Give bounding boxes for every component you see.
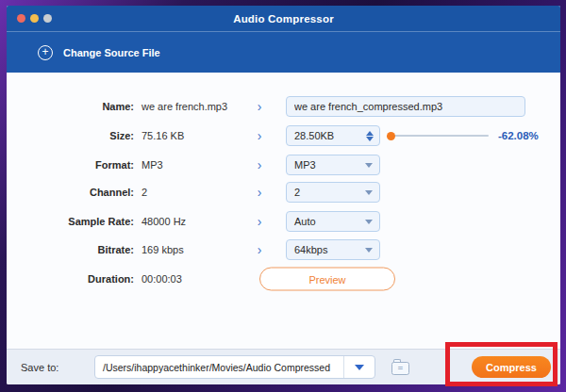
save-path-combo[interactable]: /Users/ihappyacethinker/Movies/Audio Com… — [94, 355, 375, 379]
chevron-right-icon: › — [250, 214, 269, 229]
chevron-right-icon: › — [250, 157, 269, 172]
form-row-format: Format: MP3 › MP3 — [7, 151, 560, 179]
zoom-window-icon[interactable] — [43, 14, 52, 23]
sample-rate-label: Sample Rate: — [7, 216, 134, 227]
traffic-lights — [17, 14, 52, 23]
duration-label: Duration: — [7, 273, 134, 285]
preview-button[interactable]: Preview — [259, 268, 395, 291]
title-bar: Audio Compressor — [7, 6, 560, 31]
form-row-sample-rate: Sample Rate: 48000 Hz › Auto — [7, 207, 560, 236]
size-label: Size: — [7, 130, 134, 141]
source-sample-rate-value: 48000 Hz — [142, 216, 186, 227]
channel-label: Channel: — [7, 187, 134, 198]
minimize-window-icon[interactable] — [30, 14, 39, 23]
channel-select-value: 2 — [294, 187, 365, 198]
sample-rate-select-value: Auto — [294, 216, 365, 227]
format-select[interactable]: MP3 — [286, 155, 380, 175]
form-row-name: Name: we are french.mp3 › — [7, 92, 560, 121]
format-label: Format: — [7, 159, 134, 171]
change-source-file-label: Change Source File — [63, 47, 160, 58]
size-slider-handle[interactable] — [387, 132, 395, 140]
form-row-duration: Duration: 00:00:03 Preview — [7, 265, 560, 293]
chevron-right-icon: › — [250, 242, 269, 257]
app-screenshot: Audio Compressor + Change Source File Na… — [0, 0, 566, 392]
form-row-bitrate: Bitrate: 169 kbps › 64kbps — [7, 236, 560, 264]
stepper-arrows — [366, 131, 374, 141]
dropdown-arrow-icon — [365, 163, 373, 168]
bitrate-select[interactable]: 64kbps — [286, 239, 380, 260]
browse-folder-button[interactable]: = — [390, 358, 412, 377]
dropdown-arrow-icon — [365, 220, 373, 224]
channel-select[interactable]: 2 — [286, 182, 380, 203]
target-size-value: 28.50KB — [294, 130, 366, 141]
dropdown-arrow-icon — [365, 190, 373, 195]
chevron-right-icon: › — [250, 128, 269, 143]
save-path-value: /Users/ihappyacethinker/Movies/Audio Com… — [95, 362, 343, 373]
source-bitrate-value: 169 kbps — [142, 244, 184, 255]
form-row-size: Size: 75.16 KB › 28.50KB -62.08% — [7, 122, 560, 150]
stepper-up-icon[interactable] — [366, 131, 374, 136]
target-size-stepper[interactable]: 28.50KB — [286, 125, 380, 146]
audio-compressor-window: Audio Compressor + Change Source File Na… — [7, 6, 560, 384]
sample-rate-select[interactable]: Auto — [286, 211, 380, 232]
bitrate-select-value: 64kbps — [294, 244, 365, 255]
size-slider-track[interactable] — [391, 135, 489, 137]
compress-button[interactable]: Compress — [472, 356, 551, 378]
chevron-right-icon: › — [250, 99, 269, 114]
output-name-input[interactable] — [286, 96, 525, 117]
form-row-channel: Channel: 2 › 2 — [7, 178, 560, 206]
save-to-label: Save to: — [21, 362, 58, 373]
plus-icon: + — [38, 45, 53, 60]
form-area: Name: we are french.mp3 › Size: 75.16 KB… — [7, 73, 560, 349]
format-select-value: MP3 — [294, 159, 365, 171]
source-size-value: 75.16 KB — [142, 130, 184, 141]
save-path-dropdown[interactable] — [343, 356, 375, 378]
window-title: Audio Compressor — [7, 13, 560, 24]
close-window-icon[interactable] — [17, 14, 25, 23]
header-bar: + Change Source File — [7, 31, 560, 73]
source-duration-value: 00:00:03 — [142, 273, 182, 285]
source-name-value: we are french.mp3 — [142, 101, 227, 112]
name-label: Name: — [7, 101, 134, 112]
stepper-down-icon[interactable] — [366, 137, 374, 141]
source-format-value: MP3 — [142, 159, 163, 171]
bitrate-label: Bitrate: — [7, 244, 134, 255]
compression-percent: -62.08% — [498, 130, 539, 141]
folder-icon: = — [391, 362, 409, 375]
dropdown-arrow-icon — [355, 365, 364, 370]
dropdown-arrow-icon — [365, 248, 373, 253]
footer-bar: Save to: /Users/ihappyacethinker/Movies/… — [7, 349, 560, 384]
change-source-file-button[interactable]: + Change Source File — [38, 45, 160, 60]
chevron-right-icon: › — [250, 185, 269, 200]
source-channel-value: 2 — [142, 187, 147, 198]
